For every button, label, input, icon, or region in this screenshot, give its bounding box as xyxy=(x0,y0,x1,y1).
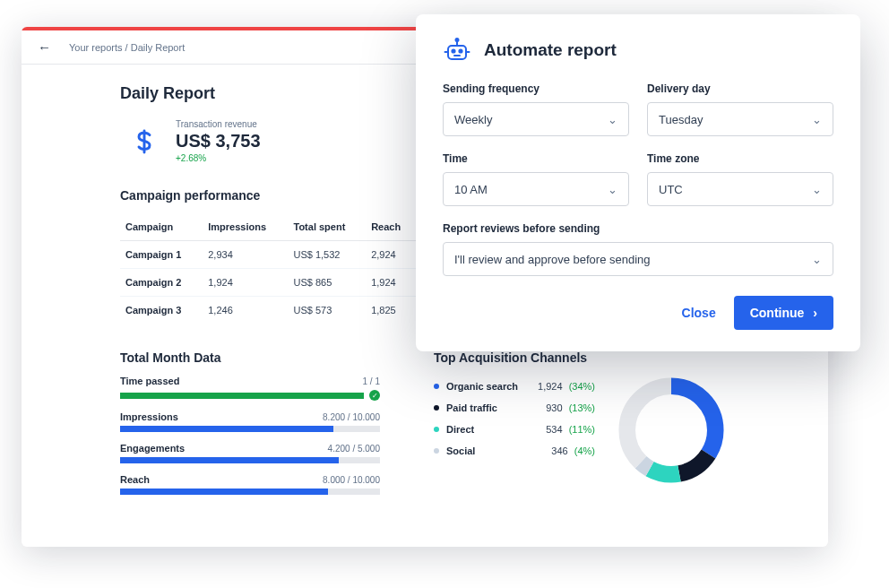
table-cell: 1,924 xyxy=(366,269,416,297)
progress-item: Engagements4.200 / 5.000 xyxy=(120,443,380,463)
robot-icon xyxy=(443,36,471,65)
channel-name: Paid traffic xyxy=(446,402,546,413)
field-review: Report reviews before sending I'll revie… xyxy=(443,222,833,276)
field-day: Delivery day Tuesday ⌄ xyxy=(647,82,833,136)
continue-button[interactable]: Continue › xyxy=(734,296,833,330)
revenue-delta: +2.68% xyxy=(176,153,261,163)
th-campaign: Campaign xyxy=(120,213,203,241)
svg-rect-5 xyxy=(448,46,466,59)
channel-value: 1,924 xyxy=(538,381,565,392)
donut-chart xyxy=(613,372,729,489)
field-time: Time 10 AM ⌄ xyxy=(443,152,629,206)
select-review-value: I'll review and approve before sending xyxy=(454,253,651,266)
performance-table: Campaign Impressions Total spent Reach C… xyxy=(120,213,416,324)
select-time[interactable]: 10 AM ⌄ xyxy=(443,172,629,206)
th-spent: Total spent xyxy=(288,213,366,241)
chevron-down-icon: ⌄ xyxy=(608,183,617,196)
progress-bar xyxy=(120,489,380,495)
table-row: Campaign 21,924US$ 8651,924 xyxy=(120,269,416,297)
channel-row: Organic search1,924 (34%) xyxy=(434,376,595,397)
channel-pct: (13%) xyxy=(569,402,595,413)
channel-row: Social346 (4%) xyxy=(434,440,595,462)
progress-item: Impressions8.200 / 10.000 xyxy=(120,411,380,432)
label-time: Time xyxy=(443,152,629,165)
dollar-icon xyxy=(129,126,160,157)
back-arrow-icon[interactable]: ← xyxy=(38,39,51,55)
legend-dot xyxy=(434,448,439,454)
svg-point-7 xyxy=(456,39,459,41)
table-cell: 2,924 xyxy=(366,241,416,269)
legend-dot xyxy=(434,384,439,389)
channel-pct: (34%) xyxy=(569,381,595,392)
month-data-title: Total Month Data xyxy=(120,350,380,365)
select-tz[interactable]: UTC ⌄ xyxy=(647,172,833,206)
progress-count: 4.200 / 5.000 xyxy=(328,444,380,454)
revenue-value: US$ 3,753 xyxy=(176,131,261,151)
field-frequency: Sending frequency Weekly ⌄ xyxy=(443,82,629,136)
progress-item: Time passed1 / 1✓ xyxy=(120,376,380,401)
progress-label: Time passed xyxy=(120,376,179,386)
table-cell: US$ 865 xyxy=(288,269,366,297)
chevron-right-icon: › xyxy=(813,306,817,320)
svg-point-8 xyxy=(452,49,454,52)
table-row: Campaign 31,246US$ 5731,825 xyxy=(120,297,416,324)
progress-count: 8.000 / 10.000 xyxy=(323,475,380,485)
select-frequency[interactable]: Weekly ⌄ xyxy=(443,102,629,136)
table-cell: 1,246 xyxy=(203,297,288,324)
channel-name: Organic search xyxy=(446,381,538,392)
th-reach: Reach xyxy=(366,213,416,241)
channel-pct: (11%) xyxy=(569,424,595,435)
svg-point-9 xyxy=(459,49,462,52)
select-tz-value: UTC xyxy=(659,183,683,196)
progress-label: Reach xyxy=(120,474,150,485)
chevron-down-icon: ⌄ xyxy=(812,113,822,126)
breadcrumb[interactable]: Your reports / Daily Report xyxy=(69,42,185,53)
chevron-down-icon: ⌄ xyxy=(608,113,617,126)
channel-row: Paid traffic930 (13%) xyxy=(434,397,595,419)
label-frequency: Sending frequency xyxy=(443,82,629,95)
table-cell: Campaign 1 xyxy=(120,241,203,269)
progress-bar xyxy=(120,457,380,463)
field-tz: Time zone UTC ⌄ xyxy=(647,152,833,206)
table-cell: Campaign 3 xyxy=(120,297,203,324)
progress-item: Reach8.000 / 10.000 xyxy=(120,474,380,495)
channels-title: Top Acquisition Channels xyxy=(434,350,729,365)
revenue-label: Transaction revenue xyxy=(176,119,261,129)
table-cell: Campaign 2 xyxy=(120,269,203,297)
select-day-value: Tuesday xyxy=(659,113,703,126)
table-cell: 2,934 xyxy=(203,241,288,269)
continue-label: Continue xyxy=(750,306,805,320)
close-button[interactable]: Close xyxy=(682,306,716,320)
th-impressions: Impressions xyxy=(203,213,288,241)
progress-count: 1 / 1 xyxy=(363,376,380,386)
table-cell: 1,924 xyxy=(203,269,288,297)
select-review[interactable]: I'll review and approve before sending ⌄ xyxy=(443,242,833,276)
channel-row: Direct534 (11%) xyxy=(434,419,595,440)
label-day: Delivery day xyxy=(647,82,833,95)
chevron-down-icon: ⌄ xyxy=(812,253,822,266)
label-tz: Time zone xyxy=(647,152,833,165)
progress-bar xyxy=(120,393,364,399)
progress-label: Engagements xyxy=(120,443,185,454)
chevron-down-icon: ⌄ xyxy=(812,183,822,196)
table-cell: US$ 573 xyxy=(288,297,366,324)
table-cell: US$ 1,532 xyxy=(288,241,366,269)
check-icon: ✓ xyxy=(369,390,380,401)
progress-label: Impressions xyxy=(120,411,178,422)
select-frequency-value: Weekly xyxy=(454,113,492,126)
channel-value: 534 xyxy=(546,424,565,435)
channel-value: 930 xyxy=(546,402,565,413)
table-cell: 1,825 xyxy=(366,297,416,324)
automate-report-modal: Automate report Sending frequency Weekly… xyxy=(416,14,860,351)
progress-bar xyxy=(120,426,380,432)
channel-value: 346 xyxy=(551,445,570,456)
legend-dot xyxy=(434,405,439,411)
progress-count: 8.200 / 10.000 xyxy=(323,412,380,422)
select-day[interactable]: Tuesday ⌄ xyxy=(647,102,833,136)
legend-dot xyxy=(434,427,439,432)
channel-pct: (4%) xyxy=(574,445,595,456)
table-row: Campaign 12,934US$ 1,5322,924 xyxy=(120,241,416,269)
select-time-value: 10 AM xyxy=(454,183,488,196)
channel-name: Direct xyxy=(446,424,546,435)
channel-name: Social xyxy=(446,445,551,456)
